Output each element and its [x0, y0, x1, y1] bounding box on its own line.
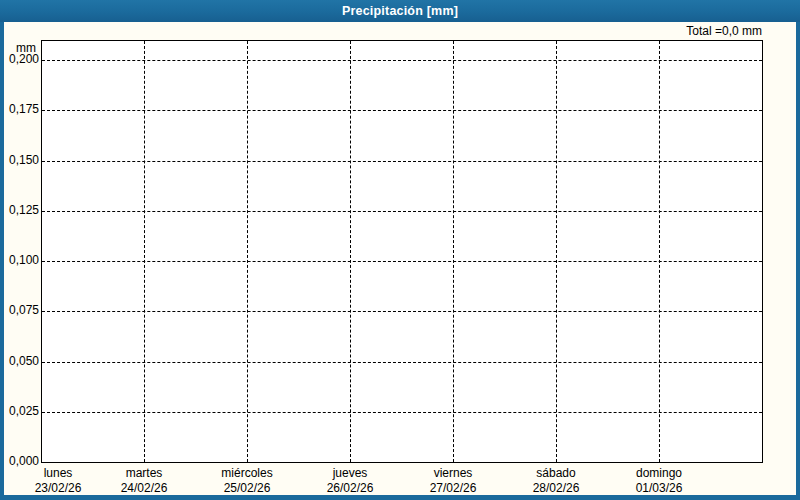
window-frame-right	[796, 0, 800, 500]
y-tick-label: 0,200	[0, 53, 39, 66]
plot-area	[41, 40, 763, 463]
day-name: domingo	[604, 466, 714, 481]
y-tick-label: 0,125	[0, 204, 39, 217]
horizontal-gridline	[42, 110, 762, 111]
day-date: 27/02/26	[398, 481, 508, 496]
y-tick-label: 0,075	[0, 304, 39, 317]
chart-window: Precipitación [mm] Total =0,0 mm mm 0,20…	[0, 0, 800, 500]
chart-title: Precipitación [mm]	[342, 4, 458, 18]
y-tick-label: 0,150	[0, 154, 39, 167]
vertical-gridline	[144, 41, 145, 462]
horizontal-gridline	[42, 60, 762, 61]
horizontal-gridline	[42, 261, 762, 262]
x-day-label: viernes27/02/26	[398, 466, 508, 495]
chart-title-bar: Precipitación [mm]	[0, 0, 800, 22]
window-frame-left	[0, 0, 4, 500]
x-day-label: sábado28/02/26	[501, 466, 611, 495]
x-day-label: miércoles25/02/26	[192, 466, 302, 495]
vertical-gridline	[453, 41, 454, 462]
day-date: 24/02/26	[89, 481, 199, 496]
day-name: miércoles	[192, 466, 302, 481]
day-date: 25/02/26	[192, 481, 302, 496]
vertical-gridline	[556, 41, 557, 462]
horizontal-gridline	[42, 362, 762, 363]
x-day-label: jueves26/02/26	[295, 466, 405, 495]
day-date: 28/02/26	[501, 481, 611, 496]
day-date: 26/02/26	[295, 481, 405, 496]
horizontal-gridline	[42, 311, 762, 312]
y-tick-label: 0,175	[0, 103, 39, 116]
y-tick-label: 0,050	[0, 355, 39, 368]
horizontal-gridline	[42, 412, 762, 413]
day-name: jueves	[295, 466, 405, 481]
vertical-gridline	[350, 41, 351, 462]
day-date: 01/03/26	[604, 481, 714, 496]
total-label: Total =0,0 mm	[686, 24, 762, 38]
horizontal-gridline	[42, 211, 762, 212]
y-tick-label: 0,025	[0, 405, 39, 418]
horizontal-gridline	[42, 161, 762, 162]
window-frame-bottom	[0, 495, 800, 500]
day-name: martes	[89, 466, 199, 481]
day-name: viernes	[398, 466, 508, 481]
y-tick-label: 0,100	[0, 254, 39, 267]
x-day-label: martes24/02/26	[89, 466, 199, 495]
vertical-gridline	[247, 41, 248, 462]
day-name: sábado	[501, 466, 611, 481]
x-day-label: domingo01/03/26	[604, 466, 714, 495]
vertical-gridline	[659, 41, 660, 462]
